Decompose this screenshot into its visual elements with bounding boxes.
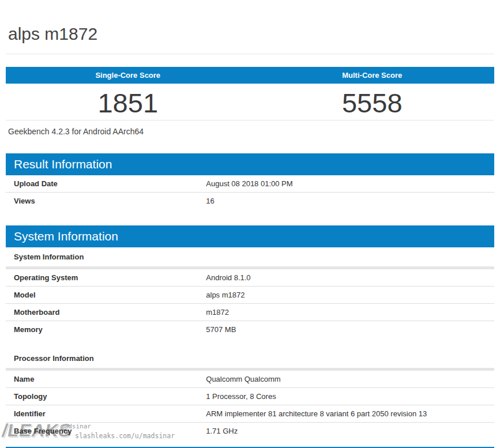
score-header-bar: Single-Core Score Multi-Core Score (6, 67, 494, 84)
single-core-score-value: 1851 (6, 89, 250, 117)
row-value: 1 Processor, 8 Cores (206, 392, 494, 401)
row-value: m1872 (206, 308, 494, 317)
title-divider (6, 54, 494, 54)
row-value: Android 8.1.0 (206, 273, 494, 282)
page-title: alps m1872 (8, 0, 492, 54)
single-core-score-header: Single-Core Score (6, 71, 250, 80)
score-values-row: 1851 5558 (6, 84, 494, 120)
row-label: Base Frequency (6, 427, 206, 435)
score-banner: Single-Core Score Multi-Core Score 1851 … (6, 67, 494, 143)
row-label: Name (6, 375, 206, 383)
row-value: Qualcomm Qualcomm (206, 375, 494, 383)
row-label: Operating System (6, 273, 206, 282)
table-row: Identifier ARM implementer 81 architectu… (6, 405, 494, 423)
table-row: Topology 1 Processor, 8 Cores (6, 388, 494, 405)
multi-core-score-value: 5558 (250, 89, 495, 117)
result-information-header: Result Information (6, 153, 494, 175)
row-label: Upload Date (6, 179, 206, 188)
benchmark-result-page: alps m1872 Single-Core Score Multi-Core … (6, 0, 494, 448)
row-label: Model (6, 291, 206, 299)
table-row: Base Frequency 1.71 GHz (6, 423, 494, 439)
row-label: Memory (6, 325, 206, 334)
processor-information-table: Name Qualcomm Qualcomm Topology 1 Proces… (6, 371, 494, 439)
row-value: 5707 MB (206, 325, 494, 334)
system-information-table: Operating System Android 8.1.0 Model alp… (6, 269, 494, 338)
table-row: Memory 5707 MB (6, 321, 494, 338)
table-row: Name Qualcomm Qualcomm (6, 371, 494, 388)
benchmark-version-caption: Geekbench 4.2.3 for Android AArch64 (6, 121, 494, 143)
multi-core-score-header: Multi-Core Score (250, 71, 495, 80)
system-information-subheader: System Information (6, 247, 494, 269)
row-label: Topology (6, 392, 206, 401)
result-information-table: Upload Date August 08 2018 01:00 PM View… (6, 175, 494, 209)
table-row: Motherboard m1872 (6, 304, 494, 321)
table-row: Upload Date August 08 2018 01:00 PM (6, 175, 494, 193)
row-value: 1.71 GHz (206, 427, 494, 435)
row-value: August 08 2018 01:00 PM (206, 179, 494, 188)
table-row: Model alps m1872 (6, 287, 494, 304)
row-value: 16 (206, 197, 494, 205)
table-row: Operating System Android 8.1.0 (6, 269, 494, 287)
row-value: alps m1872 (206, 291, 494, 299)
row-label: Views (6, 197, 206, 205)
row-value: ARM implementer 81 architecture 8 varian… (206, 409, 494, 418)
table-row: Views 16 (6, 193, 494, 209)
row-label: Identifier (6, 409, 206, 418)
row-label: Motherboard (6, 308, 206, 317)
system-information-header: System Information (6, 225, 494, 247)
processor-information-subheader: Processor Information (6, 349, 494, 371)
